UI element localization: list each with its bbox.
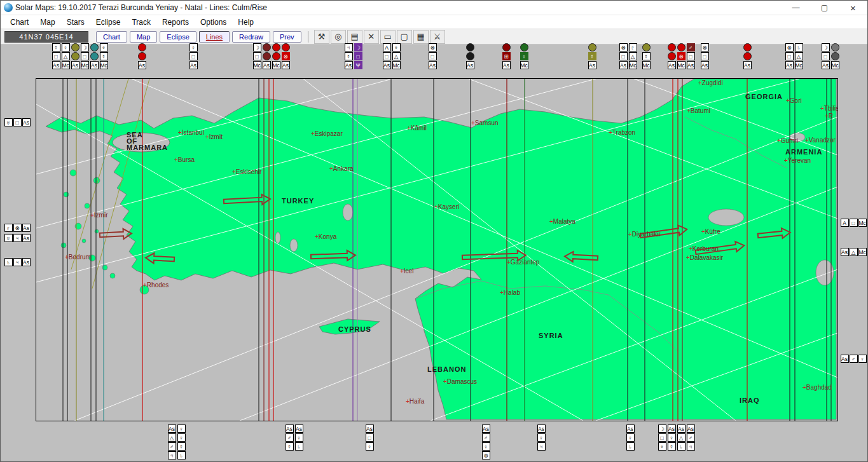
menu-map[interactable]: Map <box>34 17 60 28</box>
glyph-cell: A <box>383 43 391 51</box>
bottom-glyph-strip: As△♂♃♀♀☿♄As♂☿As♀♄As□♀As♂♀⊕As♀♃As♀♄☽□♆As♀… <box>1 424 868 462</box>
city-label: +Istanbul <box>178 129 204 136</box>
map-button[interactable]: Map <box>130 31 157 43</box>
glyph-cell: A <box>841 219 849 227</box>
frame-icon[interactable]: ▭ <box>380 30 396 44</box>
glyph-cell: Ψ <box>354 61 362 69</box>
lake <box>343 204 353 221</box>
glyph-cell: ⊞ <box>502 52 511 60</box>
toolbar-separator <box>308 31 308 43</box>
menu-eclipse[interactable]: Eclipse <box>90 17 127 28</box>
glyph-cell: ♄ <box>795 43 803 51</box>
glyph-cell: As <box>22 118 31 126</box>
planet-line-dot <box>520 43 528 51</box>
menubar: ChartMapStarsEclipseTrackReportsOptionsH… <box>1 15 867 29</box>
city-label: +Yerevan <box>784 157 811 164</box>
glyph-cell: As <box>482 425 490 433</box>
city-label: +Trabzon <box>609 129 635 136</box>
zoom-page-icon[interactable]: ◎ <box>331 30 346 44</box>
glyph-cell: As <box>22 258 31 266</box>
city-label: +R <box>825 112 833 119</box>
glyph-cell: ♂ <box>687 433 695 442</box>
glyph-cell: ♂ <box>482 433 490 442</box>
glyph-group: As△Mc <box>840 247 867 256</box>
glyph-cell: Mc <box>272 61 280 69</box>
window-icon[interactable]: ▢ <box>397 30 412 44</box>
menu-track[interactable]: Track <box>126 17 156 28</box>
hammer-icon[interactable]: ⚒ <box>314 30 329 44</box>
city-label: +Baghdad <box>803 384 832 391</box>
planet-line-dot <box>668 52 676 60</box>
top-glyph-strip: ☿□As♀△McAs☽□McAs♆☿McAs♀□As☽□McAsMc⊗As♃☿A… <box>1 43 868 76</box>
planet-line-dot <box>90 52 99 60</box>
glyph-group: As♂♀⊕ <box>481 424 491 459</box>
glyph-cell: ♂ <box>850 355 858 363</box>
glyph-group: ☿□As♀△McAs☽□McAs♆☿Mc <box>52 43 109 69</box>
glyph-group: ♇⊗As <box>4 223 31 232</box>
prev-button[interactable]: Prev <box>273 31 301 43</box>
country-label: TURKEY <box>282 197 314 205</box>
glyph-group: A□Mc <box>840 218 867 227</box>
menu-options[interactable]: Options <box>195 17 232 28</box>
glyph-group: ⊞As <box>502 43 511 69</box>
planet-line-dot <box>642 43 651 51</box>
map-canvas[interactable]: TURKEYGEORGIAARMENIASYRIALEBANONIRAQCYPR… <box>36 78 838 421</box>
glyph-cell: ☿ <box>668 442 676 451</box>
glyph-cell: Mc <box>392 61 401 69</box>
glyph-cell: ♄ <box>295 442 303 451</box>
lines-button[interactable]: Lines <box>199 31 230 43</box>
glyph-cell: As <box>743 61 752 69</box>
toolbar-tools: ⚒◎▤✕▭▢▦⚔ <box>313 30 446 44</box>
scissors-icon[interactable]: ✕ <box>364 30 379 44</box>
glyph-cell: ⊗ <box>619 43 628 51</box>
glyph-cell: As <box>345 61 353 69</box>
menu-help[interactable]: Help <box>232 17 259 28</box>
glyph-cell: □ <box>189 52 198 60</box>
minimize-button[interactable]: — <box>782 1 810 15</box>
glyph-cell: ⊗ <box>701 43 709 51</box>
glyph-cell: As <box>263 61 271 69</box>
chart-button[interactable]: Chart <box>96 31 127 43</box>
city-label: +Damascus <box>443 378 477 385</box>
glyph-cell: As <box>71 61 79 69</box>
glyph-cell: As <box>22 224 31 232</box>
lake <box>275 232 280 243</box>
glyph-cell: ♀ <box>482 442 490 451</box>
menu-reports[interactable]: Reports <box>156 17 195 28</box>
redraw-button[interactable]: Redraw <box>232 31 270 43</box>
glyph-cell: As <box>687 425 695 433</box>
city-label: +Eskipazar <box>311 130 343 137</box>
eclipse-button[interactable]: Eclipse <box>160 31 196 43</box>
glyph-cell: ☿ <box>52 43 60 51</box>
glyph-cell: As <box>286 425 294 433</box>
menu-stars[interactable]: Stars <box>61 17 90 28</box>
island <box>64 192 69 197</box>
planet-line-dot <box>502 43 511 51</box>
cascade-windows-icon[interactable]: ▤ <box>347 30 362 44</box>
glyph-cell: ♃ <box>13 234 22 242</box>
lake <box>290 239 298 252</box>
island <box>95 229 99 233</box>
glyph-group: ⊕□As♄△Mc <box>785 43 804 69</box>
glyph-cell: As <box>429 61 437 69</box>
glyph-cell: ♂ <box>168 442 176 451</box>
glyph-cell: □ <box>253 52 261 60</box>
city-label: +Eskisehir <box>232 168 262 175</box>
glyph-cell: Mc <box>520 61 528 69</box>
island <box>85 203 90 208</box>
glyph-cell: As <box>168 425 176 433</box>
glyph-cell: □ <box>822 52 830 60</box>
city-label: +Konya <box>315 233 337 240</box>
crossed-tools-icon[interactable]: ⚔ <box>430 30 445 44</box>
maximize-button[interactable]: ▢ <box>810 1 839 15</box>
glyph-cell: As <box>668 425 676 433</box>
glyph-cell: Mc <box>62 61 70 69</box>
island <box>61 243 66 248</box>
glyph-cell: □ <box>658 433 666 442</box>
glyph-cell: ☽ <box>253 43 261 51</box>
glyph-cell: As <box>668 61 676 69</box>
glyph-cell: Mc <box>795 61 803 69</box>
glyph-cell: □ <box>354 52 362 60</box>
city-label: +Diyarbakir <box>628 231 661 238</box>
grid-pen-icon[interactable]: ▦ <box>413 30 429 44</box>
